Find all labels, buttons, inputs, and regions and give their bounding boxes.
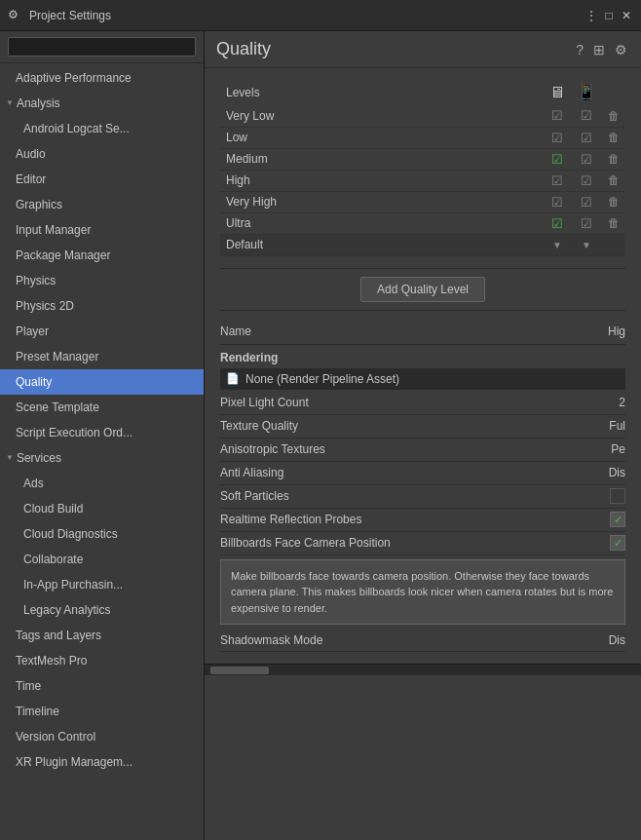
sidebar-item-ads[interactable]: Ads: [0, 471, 204, 496]
pixel-light-count-value: 2: [596, 396, 625, 409]
checkbox-icon: ☑: [581, 131, 592, 145]
delete-cell[interactable]: 🗑: [602, 127, 625, 148]
desktop-check[interactable]: ☑: [544, 148, 571, 170]
sidebar-item-timeline[interactable]: Timeline: [0, 699, 204, 724]
levels-table: Levels 🖥 📱: [220, 80, 625, 256]
sidebar-item-time[interactable]: Time: [0, 673, 204, 699]
window-title: Project Settings: [29, 9, 584, 22]
delete-cell[interactable]: 🗑: [602, 212, 625, 234]
delete-cell[interactable]: 🗑: [602, 191, 625, 212]
sidebar-item-input-manager[interactable]: Input Manager: [0, 217, 204, 243]
checkbox-icon: ☑: [551, 108, 563, 123]
trash-icon: 🗑: [608, 152, 620, 166]
sidebar-section-services[interactable]: ▼ Services: [0, 445, 204, 471]
mobile-check[interactable]: ☑: [571, 170, 602, 191]
sidebar-item-textmesh-pro[interactable]: TextMesh Pro: [0, 648, 204, 673]
texture-quality-value: Ful: [596, 419, 625, 433]
title-bar: ⚙ Project Settings ⋮ □ ✕: [0, 0, 641, 31]
desktop-check[interactable]: ☑: [544, 105, 571, 127]
desktop-check[interactable]: ☑: [544, 170, 571, 191]
levels-col-header: Levels: [220, 80, 544, 105]
close-button[interactable]: ✕: [620, 9, 633, 22]
layout-icon-button[interactable]: ⊞: [591, 40, 607, 59]
checkbox-icon: ☑: [581, 173, 592, 188]
triangle-icon: ▼: [6, 94, 14, 113]
delete-cell[interactable]: 🗑: [602, 105, 625, 127]
checkbox-icon: ☑: [581, 108, 592, 123]
sidebar-item-cloud-diagnostics[interactable]: Cloud Diagnostics: [0, 521, 204, 547]
table-row: Very Low ☑ ☑ 🗑: [220, 105, 625, 127]
mobile-check[interactable]: ☑: [571, 105, 602, 127]
render-pipeline-row[interactable]: 📄 None (Render Pipeline Asset): [220, 368, 625, 390]
desktop-check[interactable]: ☑: [544, 212, 571, 234]
anisotropic-textures-row: Anisotropic Textures Pe: [220, 439, 625, 462]
shadowmask-label: Shadowmask Mode: [220, 633, 596, 647]
sidebar-item-audio[interactable]: Audio: [0, 141, 204, 167]
mobile-check[interactable]: ☑: [571, 148, 602, 170]
settings-icon-button[interactable]: ⚙: [613, 40, 629, 59]
sidebar-item-package-manager[interactable]: Package Manager: [0, 243, 204, 268]
help-icon-button[interactable]: ?: [574, 40, 585, 59]
checkbox-icon: ☑: [551, 131, 563, 145]
realtime-reflection-checkbox[interactable]: ✓: [610, 512, 625, 527]
check-icon: ✓: [614, 514, 622, 526]
mobile-check[interactable]: ☑: [571, 127, 602, 148]
anti-aliasing-row: Anti Aliasing Dis: [220, 462, 625, 485]
divider-2: [220, 310, 625, 311]
content-scroll[interactable]: Levels 🖥 📱: [205, 68, 641, 840]
tooltip-text: Make billboards face towards camera posi…: [231, 570, 613, 614]
billboards-face-row: Billboards Face Camera Position ✓: [220, 532, 625, 555]
sidebar-item-cloud-build[interactable]: Cloud Build: [0, 496, 204, 521]
search-input[interactable]: [8, 37, 196, 57]
default-mobile-select[interactable]: ▼: [571, 234, 602, 255]
realtime-reflection-row: Realtime Reflection Probes ✓: [220, 509, 625, 532]
sidebar: Adaptive Performance ▼ Analysis Android …: [0, 31, 205, 840]
sidebar-section-analysis[interactable]: ▼ Analysis: [0, 91, 204, 116]
billboards-face-checkbox[interactable]: ✓: [610, 535, 625, 551]
table-row: Very High ☑ ☑ 🗑: [220, 191, 625, 212]
sidebar-item-quality[interactable]: Quality: [0, 369, 204, 395]
level-name: Medium: [220, 148, 544, 170]
soft-particles-checkbox[interactable]: [610, 488, 625, 504]
sidebar-item-version-control[interactable]: Version Control: [0, 724, 204, 749]
default-desktop-select[interactable]: ▼: [544, 234, 571, 255]
sidebar-item-android-logcat[interactable]: Android Logcat Se...: [0, 116, 204, 141]
sidebar-item-player[interactable]: Player: [0, 319, 204, 344]
sidebar-item-legacy-analytics[interactable]: Legacy Analytics: [0, 597, 204, 623]
add-quality-level-button[interactable]: Add Quality Level: [360, 277, 485, 302]
sidebar-item-scene-template[interactable]: Scene Template: [0, 395, 204, 420]
sidebar-item-graphics[interactable]: Graphics: [0, 192, 204, 217]
mobile-check[interactable]: ☑: [571, 212, 602, 234]
anisotropic-textures-value: Pe: [596, 442, 625, 456]
desktop-check[interactable]: ☑: [544, 127, 571, 148]
tooltip-box: Make billboards face towards camera posi…: [220, 559, 625, 626]
sidebar-item-script-execution[interactable]: Script Execution Ord...: [0, 420, 204, 445]
delete-cell[interactable]: 🗑: [602, 170, 625, 191]
horizontal-scrollbar[interactable]: [205, 664, 641, 675]
maximize-button[interactable]: □: [602, 9, 616, 22]
delete-cell[interactable]: 🗑: [602, 148, 625, 170]
sidebar-item-editor[interactable]: Editor: [0, 167, 204, 192]
search-bar: [0, 31, 204, 63]
sidebar-item-physics-2d[interactable]: Physics 2D: [0, 293, 204, 319]
sidebar-item-physics[interactable]: Physics: [0, 268, 204, 293]
desktop-check[interactable]: ☑: [544, 191, 571, 212]
more-options-button[interactable]: ⋮: [584, 9, 598, 22]
sidebar-item-xr-plugin[interactable]: XR Plugin Managem...: [0, 749, 204, 775]
checkbox-icon: ☑: [581, 195, 592, 210]
mobile-check[interactable]: ☑: [571, 191, 602, 212]
sidebar-item-tags-layers[interactable]: Tags and Layers: [0, 623, 204, 648]
checkbox-icon: ☑: [551, 152, 563, 167]
sidebar-item-collaborate[interactable]: Collaborate: [0, 547, 204, 572]
table-row: Medium ☑ ☑ 🗑: [220, 148, 625, 170]
window-controls: ⋮ □ ✕: [584, 9, 633, 22]
sidebar-item-preset-manager[interactable]: Preset Manager: [0, 344, 204, 369]
soft-particles-row: Soft Particles: [220, 485, 625, 509]
checkbox-icon: ☑: [581, 152, 592, 167]
main-layout: Adaptive Performance ▼ Analysis Android …: [0, 31, 641, 840]
sidebar-item-adaptive-performance[interactable]: Adaptive Performance: [0, 65, 204, 91]
sidebar-item-in-app-purchasing[interactable]: In-App Purchasin...: [0, 572, 204, 597]
mobile-icon: 📱: [577, 84, 596, 100]
scrollbar-thumb[interactable]: [210, 667, 269, 674]
level-name: High: [220, 170, 544, 191]
